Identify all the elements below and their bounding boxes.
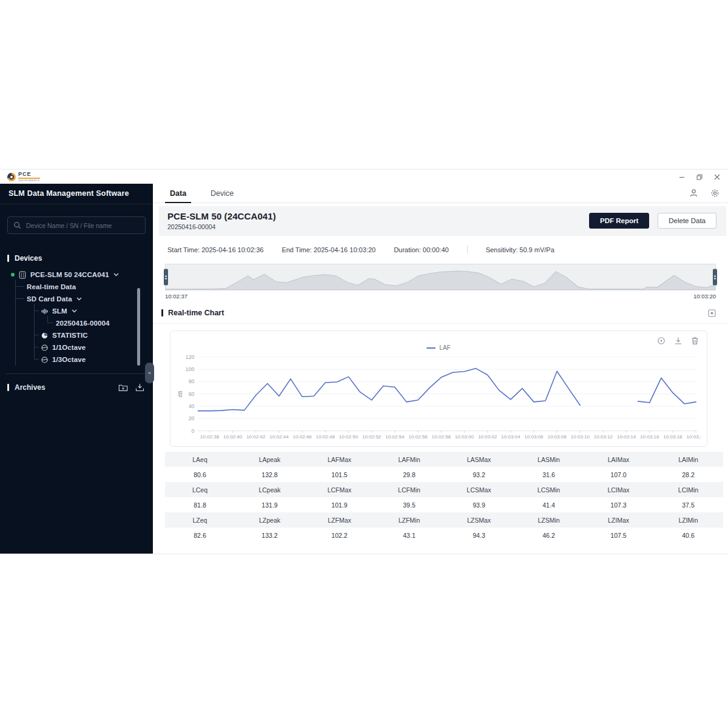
metric-name-cell: LCpeak <box>235 482 305 497</box>
chevron-down-icon <box>76 297 82 301</box>
pie-chart-icon <box>41 332 48 339</box>
metric-value-cell: 93.2 <box>444 467 514 482</box>
chevron-down-icon <box>72 309 77 313</box>
overview-strip[interactable] <box>165 264 716 290</box>
svg-text:10:03:14: 10:03:14 <box>617 434 636 440</box>
user-icon[interactable] <box>689 189 698 198</box>
svg-text:20: 20 <box>189 415 195 421</box>
svg-text:10:02:56: 10:02:56 <box>408 434 428 440</box>
realtime-data-label: Real-time Data <box>27 283 76 290</box>
delete-data-button[interactable]: Delete Data <box>658 213 716 229</box>
table-row: LZeqLZpeakLZFMaxLZFMinLZSMaxLZSMinLZIMax… <box>165 512 723 528</box>
metric-value-cell: 94.3 <box>444 528 514 543</box>
range-handle-right[interactable] <box>713 269 717 286</box>
delete-icon[interactable] <box>691 337 699 345</box>
octave-sphere-icon <box>41 357 48 363</box>
sensitivity: Sensitivity: 50.9 mV/Pa <box>486 246 554 253</box>
chart-legend[interactable]: LAF <box>177 344 701 351</box>
svg-text:dB: dB <box>177 390 183 397</box>
svg-text:10:03:10: 10:03:10 <box>571 434 590 440</box>
tree-item-file[interactable]: 20250416-00004 <box>0 317 153 329</box>
svg-text:10:03:12: 10:03:12 <box>594 434 613 440</box>
metric-name-cell: LCIMin <box>653 482 723 497</box>
tree-item-sdcard-data[interactable]: SD Card Data <box>0 293 153 305</box>
svg-text:10:02:38: 10:02:38 <box>200 434 220 440</box>
add-folder-icon[interactable] <box>118 383 128 392</box>
tree-item-realtime-data[interactable]: Real-time Data <box>0 281 153 293</box>
section-accent <box>7 384 9 391</box>
metric-value-cell: 107.3 <box>584 497 653 512</box>
svg-text:10:02:50: 10:02:50 <box>339 434 359 440</box>
tree-item-octave-1-1[interactable]: 1/1Octave <box>0 341 153 353</box>
table-row: LAeqLApeakLAFMaxLAFMinLASMaxLASMinLAIMax… <box>165 452 723 467</box>
tree-line <box>15 280 16 366</box>
tree-item-statistic[interactable]: STATISTIC <box>0 329 153 341</box>
archives-label: Archives <box>15 383 46 392</box>
close-icon[interactable] <box>713 173 721 181</box>
sdcard-data-label: SD Card Data <box>27 295 72 303</box>
statistic-label: STATISTIC <box>52 332 88 339</box>
desktop: PCE INSTRUMENTS SLM Data Management Soft <box>0 0 728 727</box>
tab-data[interactable]: Data <box>169 184 187 203</box>
metric-value-cell: 102.2 <box>305 528 374 543</box>
metric-value-cell: 41.4 <box>514 497 584 512</box>
svg-text:10:02:44: 10:02:44 <box>269 434 289 440</box>
file-name-label: 20250416-00004 <box>56 320 109 327</box>
metric-value-cell: 80.6 <box>165 467 235 482</box>
pce-logo-icon <box>7 173 16 181</box>
tree-scrollbar[interactable] <box>137 288 140 366</box>
svg-text:10:02:42: 10:02:42 <box>246 434 266 440</box>
octave-1-1-label: 1/1Octave <box>52 344 86 351</box>
restore-zoom-icon[interactable] <box>657 337 666 345</box>
restore-window-icon[interactable] <box>696 173 703 181</box>
search-box[interactable] <box>7 216 146 234</box>
overview-start-time: 10:02:37 <box>165 293 187 300</box>
tree-line <box>47 323 53 323</box>
device-icon <box>19 271 26 279</box>
svg-text:10:03:06: 10:03:06 <box>524 434 544 440</box>
gear-icon[interactable] <box>710 189 720 198</box>
pce-logo: PCE INSTRUMENTS <box>7 172 40 182</box>
metric-name-cell: LZSMax <box>444 512 514 528</box>
metric-value-cell: 133.2 <box>235 528 305 543</box>
svg-text:0: 0 <box>192 428 195 434</box>
search-input[interactable] <box>26 222 140 229</box>
svg-text:10:02:40: 10:02:40 <box>223 434 243 440</box>
svg-text:120: 120 <box>186 354 195 360</box>
main-panel: Data Device PCE-SLM 50 (24CCA041) 202504… <box>153 184 728 554</box>
table-row: 81.8131.9101.939.593.941.4107.337.5 <box>165 497 723 512</box>
tree-item-device[interactable]: PCE-SLM 50 24CCA041 <box>0 269 153 281</box>
metric-value-cell: 39.5 <box>374 497 444 512</box>
minimize-icon[interactable] <box>678 173 686 181</box>
metric-value-cell: 101.5 <box>305 467 374 482</box>
metric-value-cell: 107.5 <box>584 528 653 543</box>
brand-sub: INSTRUMENTS <box>18 179 40 182</box>
metric-name-cell: LAIMax <box>584 452 653 467</box>
expand-icon[interactable] <box>708 309 716 317</box>
pdf-report-button[interactable]: PDF Report <box>589 213 649 229</box>
sidebar-divider <box>6 374 146 374</box>
import-file-icon[interactable] <box>135 383 144 392</box>
svg-text:10:02:46: 10:02:46 <box>292 434 312 440</box>
start-time: Start Time: 2025-04-16 10:02:36 <box>167 246 263 253</box>
chevron-down-icon <box>113 273 119 276</box>
tab-device[interactable]: Device <box>209 184 235 203</box>
sidebar-collapse-button[interactable]: « <box>145 363 154 383</box>
tree-line <box>34 310 39 311</box>
tree-item-octave-1-3[interactable]: 1/3Octave <box>0 353 153 366</box>
realtime-chart-section-header: Real-time Chart <box>161 309 716 317</box>
metric-value-cell: 81.8 <box>165 497 235 512</box>
tree-item-slm[interactable]: SLM <box>0 305 153 317</box>
metric-name-cell: LZSMin <box>514 512 584 528</box>
metric-value-cell: 132.8 <box>235 467 305 482</box>
metric-name-cell: LCIMax <box>584 482 653 497</box>
table-row: 82.6133.2102.243.194.346.2107.540.6 <box>165 528 723 543</box>
section-title: Real-time Chart <box>168 309 224 317</box>
range-handle-left[interactable] <box>164 269 168 286</box>
download-icon[interactable] <box>674 337 682 345</box>
end-time: End Time: 2025-04-16 10:03:20 <box>281 246 376 253</box>
metric-name-cell: LCeq <box>165 482 235 497</box>
titlebar: PCE INSTRUMENTS <box>0 170 728 184</box>
metric-name-cell: LZeq <box>165 512 235 528</box>
metric-value-cell: 29.8 <box>374 467 444 482</box>
